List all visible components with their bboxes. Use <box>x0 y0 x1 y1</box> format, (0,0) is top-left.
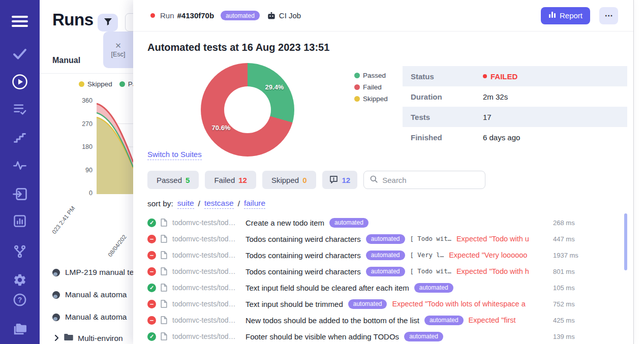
test-name: Text input field should be cleared after… <box>246 284 409 292</box>
check-icon[interactable] <box>12 47 27 61</box>
file-icon <box>161 332 167 340</box>
tab-count: 12 <box>238 176 247 184</box>
test-row[interactable]: todomvc-tests/tod…Todos containing weird… <box>147 263 585 279</box>
test-suite-path: todomvc-tests/tod… <box>172 284 238 292</box>
automated-badge: automated <box>366 234 405 244</box>
sort-row: sort by: suite/testcase/failure <box>147 199 265 209</box>
y-axis: 360270180900 <box>72 97 93 197</box>
failed-icon <box>147 251 156 260</box>
search-box <box>363 171 485 189</box>
legend-label: Skipped <box>363 95 388 103</box>
report-button[interactable]: Report <box>541 7 590 24</box>
y-axis-tick: 180 <box>82 143 93 150</box>
tab-label: Skipped <box>271 176 299 184</box>
tab-manual[interactable]: Manual <box>52 56 80 65</box>
filter-button[interactable] <box>98 14 118 32</box>
page-title: Runs <box>52 10 94 29</box>
steps-icon[interactable] <box>13 131 27 144</box>
settings-icon[interactable] <box>13 273 27 287</box>
failed-icon <box>147 235 156 243</box>
ci-job-label[interactable]: CI Job <box>279 11 301 20</box>
report-chart-icon <box>548 11 556 20</box>
sort-link-failure[interactable]: failure <box>244 199 265 209</box>
test-row[interactable]: todomvc-tests/tod…Todos containing weird… <box>147 247 585 263</box>
file-icon <box>161 251 167 259</box>
test-row[interactable]: todomvc-tests/tod…Todos containing weird… <box>147 231 585 247</box>
test-row[interactable]: todomvc-tests/tod…Text input field shoul… <box>147 279 585 296</box>
test-row[interactable]: todomvc-tests/tod…Footer should be visib… <box>147 328 585 344</box>
menu-icon[interactable] <box>12 14 28 28</box>
test-name: Create a new todo item <box>246 218 324 227</box>
play-circle-icon[interactable] <box>12 74 28 90</box>
sort-separator: / <box>198 199 200 208</box>
test-row-content: Footer should be visible when adding TOD… <box>246 332 546 341</box>
switch-to-suites-link[interactable]: Switch to Suites <box>147 150 202 160</box>
search-input[interactable] <box>382 176 479 184</box>
tab-failed[interactable]: Failed12 <box>205 171 256 189</box>
test-row[interactable]: todomvc-tests/tod…New todos should be ad… <box>147 312 585 328</box>
run-avatar-icon <box>52 269 60 276</box>
sort-link-testcase[interactable]: testcase <box>204 199 234 209</box>
test-name: Footer should be visible when adding TOD… <box>246 332 399 341</box>
test-duration: 105 ms <box>553 284 585 292</box>
donut-legend: PassedFailedSkipped <box>354 72 388 103</box>
x-axis-tick: 08/04/202 <box>107 234 128 258</box>
comments-count: 12 <box>342 176 351 184</box>
skipped-dot-icon <box>79 81 84 87</box>
skipped-dot-icon <box>354 96 360 102</box>
more-button[interactable]: ⋯ <box>599 7 618 24</box>
test-duration: 447 ms <box>553 235 585 243</box>
page-scrollbar-track[interactable] <box>633 0 634 344</box>
automated-badge: automated <box>404 332 443 341</box>
run-list-item[interactable]: Manual & automa <box>52 306 133 328</box>
chevron-right-icon <box>54 334 59 343</box>
test-duration: 1937 ms <box>553 252 585 259</box>
projects-icon[interactable] <box>12 322 27 336</box>
summary-row: Duration2m 32s <box>403 86 627 107</box>
robot-icon <box>267 12 276 20</box>
sort-link-suite[interactable]: suite <box>177 199 194 209</box>
test-row[interactable]: todomvc-tests/tod…Text input should be t… <box>147 296 585 312</box>
test-list: todomvc-tests/tod…Create a new todo item… <box>147 214 585 344</box>
test-suite-path: todomvc-tests/tod… <box>172 300 238 308</box>
legend-item: Passed <box>119 80 133 88</box>
folder-row-multi-environment[interactable]: Multi-environ <box>54 333 123 343</box>
file-icon <box>161 316 167 324</box>
run-list-item[interactable]: Manual & automa <box>52 284 133 306</box>
tab-passed[interactable]: Passed5 <box>147 171 199 189</box>
automated-badge: automated <box>424 316 464 325</box>
failed-icon <box>147 267 156 276</box>
list-scrollbar-thumb[interactable] <box>624 213 627 270</box>
test-row[interactable]: todomvc-tests/tod…Create a new todo item… <box>147 214 585 231</box>
comments-tab[interactable]: 12 <box>322 171 358 189</box>
summary-value: 6 days ago <box>483 133 520 142</box>
passed-icon <box>147 332 156 341</box>
activity-icon[interactable] <box>13 159 27 171</box>
test-error: Expected "first <box>469 316 516 324</box>
close-icon[interactable]: ✕ <box>115 42 121 49</box>
test-duration: 139 ms <box>553 333 585 340</box>
legend-label: Failed <box>363 83 382 91</box>
help-icon[interactable]: ? <box>13 293 27 307</box>
failed-dot-icon <box>354 84 360 90</box>
tab-skipped[interactable]: Skipped0 <box>262 171 316 189</box>
list-check-icon[interactable] <box>13 103 27 116</box>
run-list-item[interactable]: LMP-219 manual te <box>52 261 133 284</box>
run-avatar-icon <box>52 291 60 299</box>
tab-label: Failed <box>214 176 235 184</box>
summary-row: Tests17 <box>403 107 627 127</box>
bar-chart-box-icon[interactable] <box>13 214 27 228</box>
esc-hint: [Esc] <box>111 51 126 58</box>
git-fork-icon[interactable] <box>13 244 27 259</box>
sign-in-icon[interactable] <box>12 187 27 201</box>
left-run-list: LMP-219 manual teManual & automaManual &… <box>52 261 133 328</box>
test-error: Expected "Todo with u <box>456 235 529 243</box>
legend-label: Passed <box>128 80 133 88</box>
test-suite-path: todomvc-tests/tod… <box>172 332 238 340</box>
legend-label: Skipped <box>87 80 112 88</box>
legend-item: Passed <box>354 72 388 79</box>
file-icon <box>161 218 167 227</box>
file-icon <box>161 300 167 308</box>
summary-label: Duration <box>403 92 483 101</box>
trend-area-chart <box>97 101 133 194</box>
